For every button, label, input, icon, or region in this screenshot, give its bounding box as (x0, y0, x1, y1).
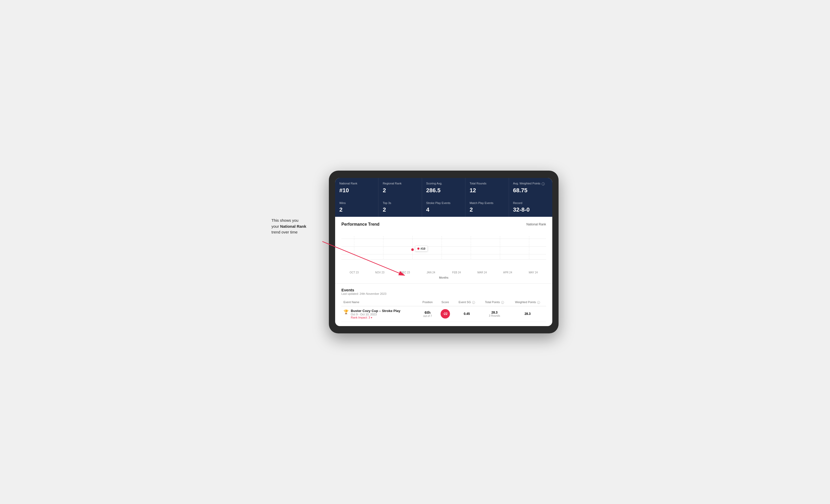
performance-title: Performance Trend (341, 222, 380, 227)
stat-regional-rank-label: Regional Rank (383, 181, 417, 185)
total-points-info-icon[interactable]: i (501, 301, 504, 304)
stat-regional-rank: Regional Rank 2 (379, 178, 422, 197)
col-total-points: Total Points i (480, 298, 509, 306)
x-label-jan24: JAN 24 (418, 271, 444, 274)
avg-weighted-info-icon[interactable]: i (542, 182, 545, 186)
rank-impact-chevron: ▾ (371, 316, 372, 319)
page-wrapper: This shows you your National Rank trend … (272, 171, 558, 333)
stat-avg-weighted-label: Avg. Weighted Points i (513, 181, 548, 185)
stat-match-play-value: 2 (470, 206, 504, 213)
stat-stroke-play-value: 4 (426, 206, 461, 213)
position-cell: 6th out of 7 (418, 306, 437, 322)
col-event-name: Event Name (341, 298, 418, 306)
col-position: Position (418, 298, 437, 306)
stat-scoring-avg-label: Scoring Avg. (426, 181, 461, 185)
stat-top3s: Top 3s 2 (379, 198, 422, 217)
col-weighted-points: Weighted Points i (509, 298, 546, 306)
stat-total-rounds: Total Rounds 12 (466, 178, 509, 197)
stat-record-label: Record (513, 201, 548, 205)
performance-section: Performance Trend National Rank (335, 217, 552, 283)
events-title: Events (341, 288, 546, 292)
score-cell: -22 (437, 306, 454, 322)
chart-tooltip: #10 (415, 246, 427, 251)
performance-chart (341, 231, 546, 265)
tablet-screen: National Rank #10 Regional Rank 2 Scorin… (335, 178, 552, 326)
weighted-points-info-icon[interactable]: i (537, 301, 540, 304)
chart-x-axis-title: Months (341, 276, 546, 279)
tooltip-dot (417, 247, 419, 250)
event-trophy-icon: 🏆 (344, 309, 349, 314)
tablet-frame: National Rank #10 Regional Rank 2 Scorin… (329, 171, 558, 333)
chart-data-point (411, 248, 414, 251)
stat-national-rank: National Rank #10 (335, 178, 379, 197)
col-score: Score (437, 298, 454, 306)
event-sg-cell: 0.45 (454, 306, 480, 322)
x-label-nov23: NOV 23 (367, 271, 392, 274)
stat-match-play-label: Match Play Events (470, 201, 504, 205)
stat-wins-value: 2 (339, 206, 374, 213)
event-sg-info-icon[interactable]: i (472, 301, 475, 304)
total-points-cell: 28.3 3 Rounds (480, 306, 509, 322)
stat-regional-rank-value: 2 (383, 187, 417, 194)
stat-match-play: Match Play Events 2 (466, 198, 509, 217)
total-points-sub: 3 Rounds (482, 314, 507, 317)
x-label-oct23: OCT 23 (341, 271, 367, 274)
events-subtitle: Last updated: 24th November 2023 (341, 292, 546, 295)
x-label-apr24: APR 24 (495, 271, 520, 274)
position-value: 6th (420, 310, 435, 314)
x-label-feb24: FEB 24 (444, 271, 469, 274)
stat-record: Record 32-8-0 (509, 198, 552, 217)
stat-national-rank-label: National Rank (339, 181, 374, 185)
weighted-points-cell: 28.3 (509, 306, 546, 322)
x-label-dec23: DEC 23 (392, 271, 418, 274)
score-badge: -22 (441, 309, 450, 318)
x-label-may24: MAY 24 (520, 271, 546, 274)
event-name: Buster Cozy Cup – Stroke Play (351, 309, 401, 313)
stat-scoring-avg-value: 286.5 (426, 187, 461, 194)
stat-total-rounds-value: 12 (470, 187, 504, 194)
stat-national-rank-value: #10 (339, 187, 374, 194)
chart-x-labels: OCT 23 NOV 23 DEC 23 JAN 24 FEB 24 MAR 2… (341, 270, 546, 275)
table-row: 🏆 Buster Cozy Cup – Stroke Play Oct 9 - … (341, 306, 546, 322)
stat-total-rounds-label: Total Rounds (470, 181, 504, 185)
event-rank-impact: Rank Impact: 3 ▾ (351, 316, 401, 319)
annotation-text: This shows you your National Rank trend … (272, 217, 306, 235)
stat-scoring-avg: Scoring Avg. 286.5 (422, 178, 466, 197)
stat-top3s-label: Top 3s (383, 201, 417, 205)
stat-top3s-value: 2 (383, 206, 417, 213)
tooltip-value: #10 (420, 247, 425, 250)
stat-avg-weighted-value: 68.75 (513, 187, 548, 194)
stat-stroke-play: Stroke Play Events 4 (422, 198, 466, 217)
events-section: Events Last updated: 24th November 2023 … (335, 283, 552, 326)
stat-wins-label: Wins (339, 201, 374, 205)
stats-header-row2: Wins 2 Top 3s 2 Stroke Play Events 4 Mat… (335, 198, 552, 217)
chart-container: #10 (341, 231, 546, 270)
performance-header: Performance Trend National Rank (341, 222, 546, 227)
position-sub: out of 7 (420, 314, 435, 317)
performance-legend: National Rank (526, 223, 546, 226)
event-name-cell: 🏆 Buster Cozy Cup – Stroke Play Oct 9 - … (341, 306, 418, 322)
stat-avg-weighted: Avg. Weighted Points i 68.75 (509, 178, 552, 197)
table-header-row: Event Name Position Score Event SG i (341, 298, 546, 306)
stat-stroke-play-label: Stroke Play Events (426, 201, 461, 205)
stat-record-value: 32-8-0 (513, 206, 548, 213)
x-label-mar24: MAR 24 (469, 271, 495, 274)
events-table: Event Name Position Score Event SG i (341, 298, 546, 322)
stat-wins: Wins 2 (335, 198, 379, 217)
col-event-sg: Event SG i (454, 298, 480, 306)
stats-header-row1: National Rank #10 Regional Rank 2 Scorin… (335, 178, 552, 197)
event-date: Oct 9 - Oct 10, 2023 (351, 313, 401, 316)
